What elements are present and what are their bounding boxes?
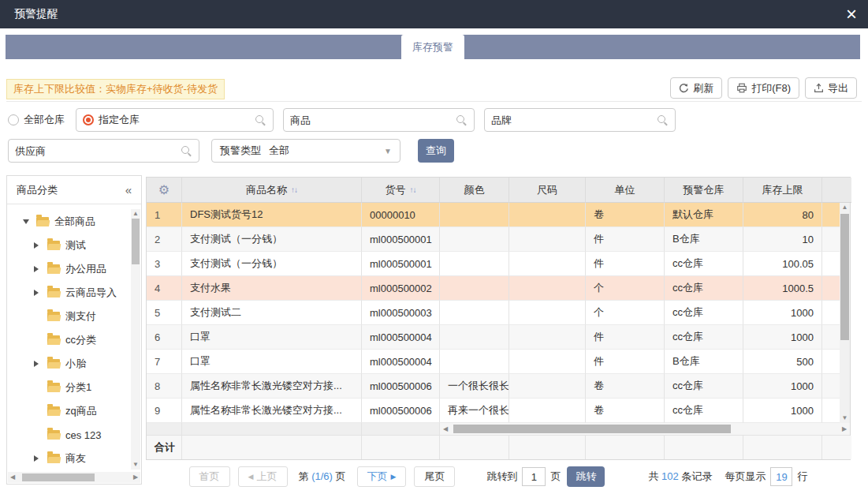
header-stock-limit: 库存上限: [743, 178, 822, 203]
tree-item-xiaotai[interactable]: 小胎: [7, 352, 130, 376]
expand-collapse-icon[interactable]: [23, 219, 34, 224]
per-page-input[interactable]: [770, 467, 792, 486]
table-row[interactable]: 7 口罩 ml000500004 件 B仓库 500: [147, 350, 841, 374]
total-row: 合计: [147, 436, 850, 459]
tree-item-all-products[interactable]: 全部商品: [7, 210, 130, 234]
expand-icon[interactable]: [34, 455, 45, 462]
tree-item-ces123[interactable]: ces 123: [7, 423, 130, 447]
product-search-icon[interactable]: [456, 114, 468, 126]
sidebar-vertical-scrollbar[interactable]: ▲ ▼: [131, 209, 140, 470]
table-row[interactable]: 3 支付测试（一分钱） ml000500001 件 cc仓库 100.05: [147, 252, 841, 276]
dialog-title: 预警提醒: [14, 7, 58, 21]
refresh-button[interactable]: 刷新: [670, 77, 722, 99]
gear-icon[interactable]: ⚙: [158, 182, 170, 197]
tree-item-shangyou[interactable]: 商友: [7, 447, 130, 470]
pagination-bar: 首页 ◀ 上页 第 (1/6) 页 下页 ▶ 尾页 跳转到 页 跳转 共 102…: [146, 466, 851, 487]
arrow-right-icon: ▶: [391, 473, 397, 481]
table-row[interactable]: 5 支付测试二 ml000500003 个 cc仓库 1000: [147, 301, 841, 325]
expand-icon[interactable]: [34, 242, 45, 249]
expand-icon[interactable]: [34, 266, 45, 272]
table-row[interactable]: 1 DFS测试货号12 00000010 卷 默认仓库 80: [147, 203, 841, 227]
table-vertical-scrollbar[interactable]: ▲ ▼: [840, 203, 850, 423]
scroll-left-icon[interactable]: ◀: [8, 472, 17, 483]
toolbar: 刷新 打印(F8) 导出: [670, 77, 857, 99]
tree-item-cloud-import[interactable]: 云商品导入: [7, 281, 130, 305]
sidebar-title: 商品分类: [17, 183, 58, 197]
scroll-right-icon[interactable]: ▶: [839, 423, 850, 436]
tree-item-test[interactable]: 测试: [7, 234, 130, 257]
filter-row-1: 全部仓库 指定仓库: [8, 108, 676, 132]
column-settings[interactable]: ⚙: [147, 178, 182, 203]
refresh-icon: [679, 83, 689, 93]
folder-icon: [47, 383, 60, 392]
category-tree: 全部商品 测试 办公用品 云商品导入 测支付 cc分类: [7, 205, 130, 472]
scroll-down-icon[interactable]: ▼: [131, 460, 140, 470]
table-row[interactable]: 8 属性名称非常长激光镂空对方接... ml000500006 一个很长很长..…: [147, 374, 841, 399]
supplier-search-input[interactable]: [15, 145, 181, 157]
brand-search-input[interactable]: [491, 114, 657, 126]
tree-item-zq-products[interactable]: zq商品: [7, 399, 130, 423]
sidebar-header: 商品分类 «: [7, 176, 141, 204]
scrollbar-thumb[interactable]: [22, 473, 95, 481]
collapse-icon[interactable]: «: [125, 183, 132, 196]
warning-table: ⚙ 商品名称 ↑↓ 货号 ↑↓ 颜色 尺码 单位 预警仓库 库存上限 1 DFS…: [146, 177, 851, 460]
scrollbar-thumb[interactable]: [840, 214, 849, 340]
folder-icon: [47, 241, 60, 250]
jump-button[interactable]: 跳转: [567, 466, 605, 487]
scroll-up-icon[interactable]: ▲: [131, 209, 140, 219]
scroll-down-icon[interactable]: ▼: [840, 414, 850, 423]
query-button[interactable]: 查询: [418, 139, 454, 163]
last-page-button[interactable]: 尾页: [414, 466, 455, 487]
header-product-name[interactable]: 商品名称 ↑↓: [182, 178, 362, 203]
first-page-button[interactable]: 首页: [189, 466, 230, 487]
sort-icon[interactable]: ↑↓: [410, 185, 416, 194]
radio-all-warehouses-label: 全部仓库: [24, 113, 65, 127]
expand-icon[interactable]: [34, 290, 45, 296]
header-color: 颜色: [440, 178, 509, 203]
folder-icon: [47, 264, 60, 274]
table-row[interactable]: 4 支付水果 ml000500002 个 cc仓库 1000.5: [147, 276, 841, 301]
export-button[interactable]: 导出: [805, 77, 857, 99]
tree-item-test-pay[interactable]: 测支付: [7, 305, 130, 328]
scrollbar-thumb[interactable]: [453, 425, 731, 433]
product-search-input[interactable]: [290, 114, 456, 126]
warning-type-label: 预警类型: [220, 144, 261, 158]
print-button[interactable]: 打印(F8): [728, 77, 799, 99]
table-row[interactable]: 2 支付测试（一分钱） ml000500001 件 B仓库 10: [147, 227, 841, 252]
tab-inventory-warning[interactable]: 库存预警: [401, 35, 464, 59]
prev-page-button[interactable]: ◀ 上页: [238, 466, 288, 487]
supplier-search-box: [8, 139, 199, 163]
table-horizontal-scrollbar[interactable]: ◀ ▶: [440, 423, 850, 435]
jump-page-input[interactable]: [522, 467, 546, 486]
warning-type-select[interactable]: 预警类型 全部 ▼: [211, 139, 400, 163]
sidebar-horizontal-scrollbar[interactable]: ◀ ▶: [8, 472, 140, 483]
supplier-search-icon[interactable]: [181, 145, 192, 157]
scrollbar-thumb[interactable]: [132, 219, 140, 264]
tree-item-category1[interactable]: 分类1: [7, 376, 130, 399]
total-records: 102: [661, 470, 679, 482]
expand-icon[interactable]: [34, 361, 45, 367]
specified-warehouse-box[interactable]: 指定仓库: [76, 108, 274, 132]
tree-item-cc-category[interactable]: cc分类: [7, 328, 130, 352]
header-sku[interactable]: 货号 ↑↓: [362, 178, 440, 203]
warehouse-search-icon[interactable]: [255, 114, 266, 126]
scroll-right-icon[interactable]: ▶: [131, 472, 140, 483]
folder-icon: [36, 217, 49, 226]
sort-icon[interactable]: ↑↓: [291, 185, 297, 194]
tree-item-office-supplies[interactable]: 办公用品: [7, 257, 130, 281]
jump-label: 跳转到: [486, 470, 517, 484]
divider: [6, 101, 862, 102]
stock-limit-notice: 库存上下限比较值：实物库存+待收货-待发货: [6, 79, 225, 99]
total-label: 合计: [147, 436, 182, 459]
table-row[interactable]: 6 口罩 ml000500004 件 cc仓库 1000: [147, 325, 841, 350]
close-icon[interactable]: ×: [846, 2, 857, 26]
brand-search-icon[interactable]: [657, 114, 669, 126]
scroll-left-icon[interactable]: ◀: [440, 423, 451, 436]
radio-all-warehouses[interactable]: [8, 114, 19, 125]
printer-icon: [736, 83, 747, 93]
radio-specified-warehouse[interactable]: [83, 114, 94, 125]
dialog-titlebar: 预警提醒 ×: [0, 0, 868, 28]
table-row[interactable]: 9 属性名称非常长激光镂空对方接... ml000500006 再来一个很长..…: [147, 399, 841, 423]
next-page-button[interactable]: 下页 ▶: [357, 466, 407, 487]
scroll-up-icon[interactable]: ▲: [840, 203, 850, 212]
